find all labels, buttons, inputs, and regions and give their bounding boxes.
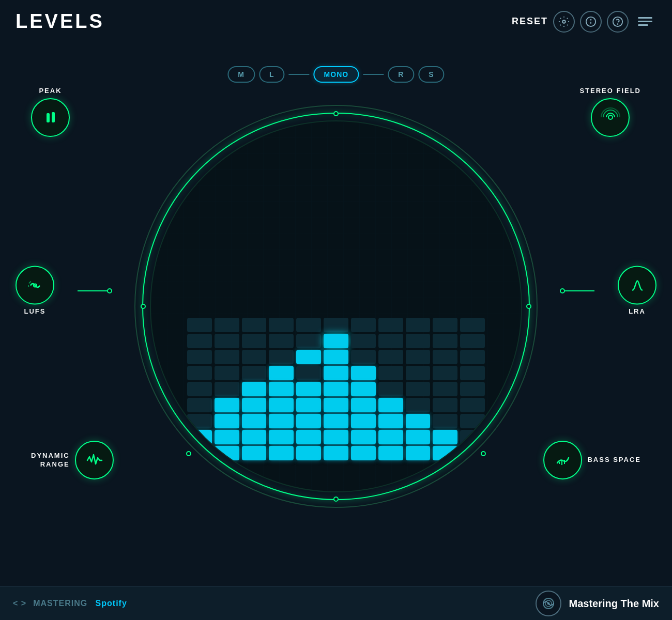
svg-point-8 (608, 115, 613, 119)
lra-button[interactable] (618, 266, 656, 305)
bar-cell (433, 446, 457, 460)
bar-col-8 (378, 318, 403, 460)
stereo-field-button[interactable] (591, 98, 630, 137)
bar-cell (351, 318, 376, 332)
bar-cell (351, 382, 376, 396)
bar-col-2 (215, 318, 239, 460)
bar-cell (433, 334, 457, 348)
stereo-field-feature: STEREO FIELD (579, 87, 641, 137)
help-button[interactable] (607, 11, 629, 33)
bar-cell (460, 430, 485, 444)
bar-cell (215, 318, 239, 332)
lufs-button[interactable] (16, 266, 54, 305)
bar-cell (215, 414, 239, 428)
bar-cell (215, 398, 239, 412)
bar-cell (296, 366, 321, 380)
brand-logo (536, 591, 561, 616)
ring-dot-bottom-right (481, 451, 486, 456)
bar-cell (269, 334, 294, 348)
ring-dot-bottom-left (186, 451, 191, 456)
bar-cell (324, 398, 348, 412)
bar-cell (242, 414, 267, 428)
channel-mono[interactable]: MONO (314, 66, 359, 83)
bar-col-5 (296, 318, 321, 460)
menu-line-1 (638, 17, 652, 19)
reset-button[interactable]: RESET (512, 16, 548, 27)
bar-cell (378, 318, 403, 332)
dynamic-range-button[interactable] (75, 441, 114, 479)
menu-button[interactable] (634, 13, 656, 30)
menu-line-2 (638, 21, 652, 22)
ring-dot-left (141, 304, 146, 309)
channel-m[interactable]: M (227, 66, 255, 83)
bar-cell (296, 382, 321, 396)
inner-circle (150, 120, 522, 492)
bar-cell (378, 350, 403, 364)
bass-space-label: BASS SPACE (587, 456, 641, 464)
dynamic-range-label: DYNAMICRANGE (31, 452, 70, 469)
bar-cell (433, 382, 457, 396)
info-button[interactable] (580, 11, 602, 33)
bar-cell (378, 334, 403, 348)
bar-cell (351, 414, 376, 428)
brand-name: Mastering The Mix (569, 598, 659, 610)
bar-cell (351, 334, 376, 348)
lufs-feature: LUFS (16, 266, 54, 316)
ring-dot-top (333, 111, 339, 116)
settings-button[interactable] (553, 11, 575, 33)
bar-col-9 (406, 318, 431, 460)
lra-feature: LRA (618, 266, 656, 316)
bar-cell (378, 382, 403, 396)
bar-cell (406, 350, 431, 364)
lufs-label: LUFS (24, 307, 46, 316)
bar-cell (433, 414, 457, 428)
bar-cell (351, 366, 376, 380)
mastering-platform: < > MASTERING Spotify (13, 599, 127, 608)
bar-cell (242, 382, 267, 396)
bar-cell (378, 430, 403, 444)
bar-col-6 (324, 318, 348, 460)
bar-cell (269, 398, 294, 412)
lra-label: LRA (629, 307, 646, 316)
bar-cell (351, 446, 376, 460)
bar-col-4 (269, 318, 294, 460)
bar-cell (378, 446, 403, 460)
bottom-bar: < > MASTERING Spotify Mastering The Mix (0, 586, 672, 620)
bar-cell (324, 382, 348, 396)
bar-cell (269, 318, 294, 332)
circle-visualizer (134, 105, 538, 508)
header-controls: RESET (512, 11, 656, 33)
bar-cell (460, 334, 485, 348)
bar-cell (242, 350, 267, 364)
channel-r[interactable]: R (388, 66, 414, 83)
bar-cell (460, 350, 485, 364)
bass-space-button[interactable] (543, 441, 582, 479)
bar-cell (351, 430, 376, 444)
bar-cell (269, 446, 294, 460)
channel-s[interactable]: S (418, 66, 444, 83)
brand-area: Mastering The Mix (536, 591, 659, 616)
peak-button[interactable] (31, 98, 70, 137)
bar-cell (406, 382, 431, 396)
bar-cell (406, 398, 431, 412)
ring-dot-right (526, 304, 531, 309)
bar-cell (406, 366, 431, 380)
lra-connector (563, 290, 594, 291)
menu-line-3 (638, 24, 648, 26)
bar-cell (406, 318, 431, 332)
bar-cell (215, 430, 239, 444)
bar-cell (460, 366, 485, 380)
channel-line-left (289, 74, 310, 75)
bar-cell (351, 350, 376, 364)
bar-cell (296, 334, 321, 348)
bar-cell (215, 446, 239, 460)
bar-col-3 (242, 318, 267, 460)
bar-cell (433, 398, 457, 412)
bar-cell (187, 350, 212, 364)
header: LEVELS RESET (0, 0, 672, 38)
bar-col-11 (460, 318, 485, 460)
bar-cell (378, 414, 403, 428)
bar-cell (433, 318, 457, 332)
bar-cell (324, 350, 348, 364)
channel-l[interactable]: L (259, 66, 285, 83)
